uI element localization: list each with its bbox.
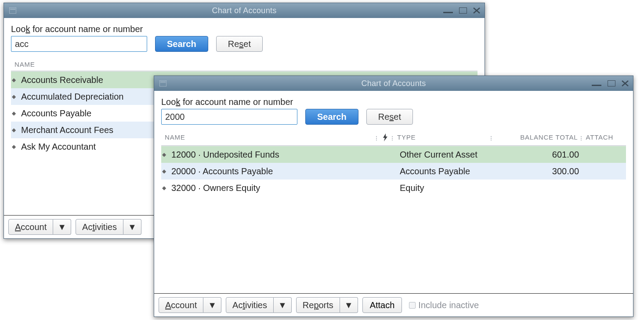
- column-headers: NAME TYPE BALANCE TOTAL ATTACH: [161, 129, 626, 146]
- account-menu-button[interactable]: Account ▼: [159, 297, 221, 313]
- chevron-down-icon[interactable]: ▼: [340, 297, 358, 313]
- table-row[interactable]: ◆32000 · Owners EquityEquity: [161, 180, 626, 196]
- include-inactive-label: Include inactive: [418, 300, 479, 310]
- chevron-down-icon[interactable]: ▼: [203, 297, 221, 313]
- col-balance[interactable]: BALANCE TOTAL: [493, 133, 581, 143]
- account-type: Equity: [397, 183, 494, 193]
- col-activity-icon[interactable]: [379, 133, 392, 143]
- bullet-icon: ◆: [11, 127, 18, 133]
- reports-menu-button[interactable]: Reports ▼: [296, 297, 358, 313]
- col-attach[interactable]: ATTACH: [583, 133, 625, 143]
- bolt-icon: [382, 135, 388, 143]
- reset-button[interactable]: Reset: [216, 36, 263, 52]
- window-menu-icon[interactable]: [8, 7, 17, 14]
- titlebar[interactable]: Chart of Accounts: [154, 76, 633, 91]
- chevron-down-icon[interactable]: ▼: [123, 219, 141, 235]
- balance-total: 601.00: [494, 150, 582, 160]
- minimize-icon[interactable]: [592, 80, 601, 86]
- col-type[interactable]: TYPE: [394, 133, 491, 143]
- close-icon[interactable]: [622, 80, 629, 86]
- accounts-list: ◆12000 · Undeposited FundsOther Current …: [161, 146, 626, 196]
- footer: Account ▼ Activities ▼ Reports ▼ Attach …: [154, 293, 633, 316]
- include-inactive-checkbox[interactable]: Include inactive: [409, 300, 479, 310]
- search-label: Look for account name or number: [161, 97, 626, 107]
- bullet-icon: ◆: [11, 93, 18, 100]
- maximize-icon[interactable]: [608, 80, 615, 86]
- close-icon[interactable]: [473, 7, 480, 14]
- svg-rect-6: [159, 80, 166, 86]
- account-name: 20000 · Accounts Payable: [169, 166, 384, 176]
- search-input[interactable]: [11, 36, 147, 52]
- reset-button[interactable]: Reset: [366, 109, 413, 125]
- search-label: Look for account name or number: [11, 24, 478, 34]
- column-headers: NAME: [11, 56, 478, 71]
- svg-rect-3: [459, 7, 467, 14]
- chevron-down-icon[interactable]: ▼: [53, 219, 71, 235]
- account-type: Other Current Asset: [397, 150, 494, 160]
- checkbox-icon: [409, 302, 416, 309]
- minimize-icon[interactable]: [443, 7, 453, 14]
- table-row[interactable]: ◆20000 · Accounts PayableAccounts Payabl…: [161, 163, 626, 180]
- svg-rect-0: [9, 7, 16, 14]
- bullet-icon: ◆: [161, 185, 169, 191]
- balance-total: 300.00: [494, 166, 582, 176]
- window-menu-icon[interactable]: [159, 79, 167, 87]
- maximize-icon[interactable]: [459, 7, 467, 14]
- account-menu-button[interactable]: Account ▼: [8, 219, 71, 235]
- svg-rect-2: [443, 12, 453, 13]
- bullet-icon: ◆: [11, 77, 18, 83]
- chart-of-accounts-window-front: Chart of Accounts Look for account name …: [154, 76, 633, 317]
- svg-rect-1: [10, 9, 15, 10]
- activities-menu-button[interactable]: Activities ▼: [226, 297, 292, 313]
- col-name[interactable]: NAME: [162, 133, 376, 143]
- account-name: 32000 · Owners Equity: [169, 183, 384, 193]
- search-input[interactable]: [161, 109, 297, 125]
- chevron-down-icon[interactable]: ▼: [274, 297, 292, 313]
- svg-rect-8: [592, 85, 601, 86]
- bullet-icon: ◆: [161, 168, 169, 174]
- search-button[interactable]: Search: [155, 36, 208, 52]
- bullet-icon: ◆: [161, 151, 169, 158]
- attach-button[interactable]: Attach: [362, 297, 402, 313]
- activities-menu-button[interactable]: Activities ▼: [76, 219, 141, 235]
- account-name: 12000 · Undeposited Funds: [169, 150, 384, 160]
- window-title: Chart of Accounts: [4, 6, 485, 15]
- account-type: Accounts Payable: [397, 166, 494, 176]
- svg-rect-7: [160, 82, 166, 83]
- bullet-icon: ◆: [11, 144, 18, 150]
- titlebar[interactable]: Chart of Accounts: [4, 3, 485, 18]
- table-row[interactable]: ◆12000 · Undeposited FundsOther Current …: [161, 146, 626, 163]
- window-title: Chart of Accounts: [154, 79, 633, 88]
- svg-rect-9: [608, 80, 615, 86]
- col-name[interactable]: NAME: [12, 61, 477, 68]
- bullet-icon: ◆: [11, 110, 18, 116]
- search-button[interactable]: Search: [305, 109, 358, 125]
